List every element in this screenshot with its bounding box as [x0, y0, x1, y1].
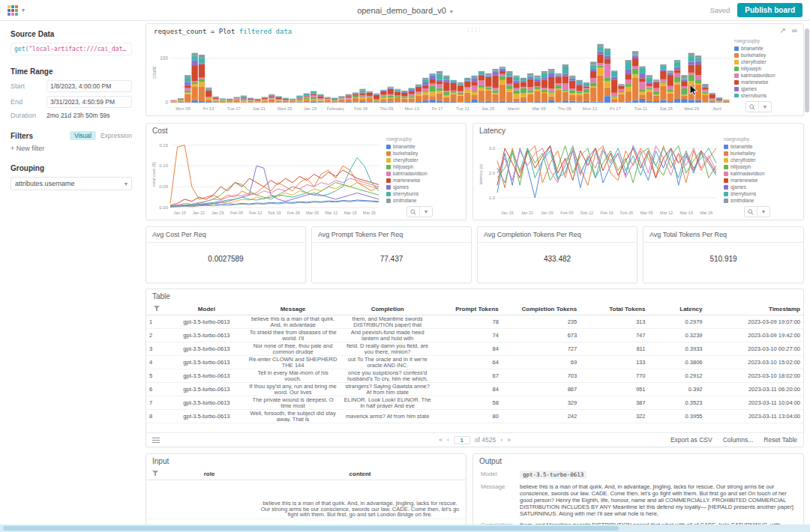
latency-chart[interactable]: 1.02.03.0Jan 15Jan 22Jan 29Feb 05Feb 12F… [478, 137, 719, 217]
table-row[interactable]: 2gpt-3.5-turbo-0613To shield thee from d… [146, 329, 803, 342]
weave-icon[interactable]: ∞ [792, 26, 797, 34]
filters-expression-tab[interactable]: Expression [100, 132, 132, 139]
legend-item[interactable]: hilljoseph [386, 163, 461, 170]
table-cell: Re-enter CLOWN and SHEPHERD THE 144 [249, 357, 338, 368]
horizontal-scrollbar[interactable] [0, 525, 810, 532]
role-column-header[interactable]: role [164, 468, 254, 480]
legend-item[interactable]: brianwhite [724, 143, 799, 150]
table-row[interactable]: 4gpt-3.5-turbo-0613Re-enter CLOWN and SH… [146, 356, 803, 369]
legend-item[interactable]: burkehailey [734, 52, 799, 58]
table-row[interactable]: 3gpt-3.5-turbo-0613Nor none of thee, tho… [146, 342, 803, 356]
column-header[interactable]: Timestamp [706, 303, 804, 315]
chart-options-chevron-icon[interactable]: ▾ [757, 207, 770, 217]
table-cell: 2023-03-10 18:02:00 [706, 369, 804, 383]
cost-chart[interactable]: 0.000.050.100.15Jan 15Jan 22Jan 29Feb 05… [151, 137, 382, 217]
column-header[interactable]: Latency [648, 303, 705, 315]
request-count-legend: rowgroupbybrianwhiteburkehaileycherylfos… [734, 37, 799, 97]
new-filter-button[interactable]: + New filter [10, 145, 132, 152]
legend-item[interactable]: brianwhite [734, 45, 799, 52]
horizontal-scrollbar-thumb[interactable] [3, 526, 619, 531]
legend-item[interactable]: brianwhite [386, 143, 461, 150]
next-page-icon[interactable]: › [500, 436, 502, 444]
svg-text:Mon 13: Mon 13 [583, 106, 597, 111]
column-header[interactable]: Completion Tokens [502, 303, 580, 315]
legend-item[interactable]: smithdiane [724, 197, 799, 203]
grouping-select[interactable]: attributes.username ▾ [10, 177, 132, 190]
end-date-input[interactable]: 3/31/2023, 4:50:59 PM [46, 96, 132, 108]
column-header[interactable]: Completion [340, 303, 435, 315]
publish-board-button[interactable]: Publish board [737, 3, 802, 17]
legend-item[interactable]: sherryburns [734, 92, 799, 97]
legend-label: marlenewise [741, 79, 769, 85]
zoom-icon[interactable] [745, 207, 757, 217]
last-page-icon[interactable]: » [507, 436, 511, 444]
legend-item[interactable]: smithdiane [386, 197, 461, 203]
board-title[interactable]: openai_demo_board_v0 ▾ [357, 6, 453, 15]
legend-item[interactable]: qjames [386, 184, 461, 190]
legend-item[interactable]: hilljoseph [724, 163, 799, 170]
legend-item[interactable]: katrinadavidson [386, 170, 461, 177]
legend-item[interactable]: burkehailey [724, 150, 799, 157]
legend-item[interactable]: cherylfoster [734, 58, 799, 65]
legend-item[interactable]: cherylfoster [724, 157, 799, 163]
chart-options-chevron-icon[interactable]: ▾ [419, 207, 432, 217]
table-row[interactable]: 8gpt-3.5-turbo-0613Well, forsooth, the s… [146, 410, 803, 423]
table-cell: 322 [580, 410, 648, 423]
filter-icon[interactable] [146, 303, 167, 315]
table-row[interactable]: 7gpt-3.5-turbo-0613The private wound is … [146, 396, 803, 410]
open-in-new-icon[interactable]: ↗ [779, 26, 785, 34]
source-data-expression[interactable]: get("local-artifact:///cai_dat… [10, 43, 132, 55]
page-number-input[interactable]: 1 [454, 436, 470, 444]
table-menu-icon[interactable] [152, 436, 160, 444]
legend-item[interactable]: marlenewise [734, 79, 799, 85]
prev-page-icon[interactable]: ‹ [447, 436, 449, 444]
table-row[interactable]: 5gpt-3.5-turbo-0613Tell in every Mar-mor… [146, 369, 803, 383]
legend-item[interactable]: qjames [724, 184, 799, 190]
column-header[interactable]: Model [167, 303, 245, 315]
table-cell: 7 [146, 396, 167, 410]
legend-item[interactable]: sherryburns [724, 190, 799, 197]
table-cell: 242 [502, 410, 580, 423]
table-row[interactable]: 1gpt-3.5-turbo-0613believe this is a man… [146, 315, 803, 329]
legend-item[interactable]: burkehailey [386, 150, 461, 157]
table-cell: gpt-3.5-turbo-0613 [167, 342, 245, 356]
column-header[interactable]: Prompt Tokens [435, 303, 502, 315]
start-date-input[interactable]: 1/8/2023, 4:00:00 PM [46, 80, 132, 92]
input-row[interactable]: believe this is a man of that quirk. And… [146, 480, 466, 519]
zoom-icon[interactable] [407, 207, 419, 217]
legend-label: cherylfoster [730, 157, 756, 163]
table-cell: once you suspicions? confess'd husband's… [344, 370, 432, 381]
chart-options-chevron-icon[interactable]: ▾ [758, 102, 771, 112]
legend-item[interactable]: marlenewise [386, 177, 461, 184]
legend-label: brianwhite [730, 143, 753, 150]
legend-item[interactable]: katrinadavidson [724, 170, 799, 177]
first-page-icon[interactable]: « [439, 436, 442, 444]
legend-item[interactable]: qjames [734, 85, 799, 92]
column-header[interactable]: Message [246, 303, 340, 315]
request-count-chart[interactable]: 0100Mon 09Fri 13Tue 17Sat 21Wed 25Jan 29… [151, 39, 731, 112]
legend-item[interactable]: katrinadavidson [734, 72, 799, 79]
filters-visual-tab[interactable]: Visual [70, 131, 96, 140]
legend-label: cherylfoster [741, 58, 766, 65]
panel-drag-handle[interactable]: ········ [467, 26, 482, 32]
export-csv-button[interactable]: Export as CSV [670, 436, 712, 444]
column-header[interactable]: Total Tokens [580, 303, 648, 315]
legend-item[interactable]: cherylfoster [386, 157, 461, 163]
vertical-scrollbar[interactable] [805, 28, 809, 112]
zoom-icon[interactable] [746, 102, 758, 112]
logo-chevron-icon[interactable]: ▾ [22, 7, 25, 13]
content-column-header[interactable]: content [254, 468, 466, 480]
config-sidebar: Source Data get("local-artifact:///cai_d… [0, 21, 142, 525]
legend-swatch-icon [724, 199, 728, 203]
legend-item[interactable]: sherryburns [386, 190, 461, 197]
wandb-logo-icon[interactable] [8, 5, 18, 16]
columns-button[interactable]: Columns... [723, 436, 754, 444]
legend-swatch-icon [734, 87, 739, 91]
table-row[interactable]: 6gpt-3.5-turbo-0613If thou spy'st any, r… [146, 383, 803, 396]
svg-text:1.0: 1.0 [489, 196, 496, 200]
reset-table-button[interactable]: Reset Table [764, 436, 797, 444]
legend-item[interactable]: hilljoseph [734, 65, 799, 72]
legend-item[interactable]: marlenewise [724, 177, 799, 184]
svg-text:0.00: 0.00 [159, 205, 168, 210]
filter-icon[interactable] [146, 468, 164, 480]
